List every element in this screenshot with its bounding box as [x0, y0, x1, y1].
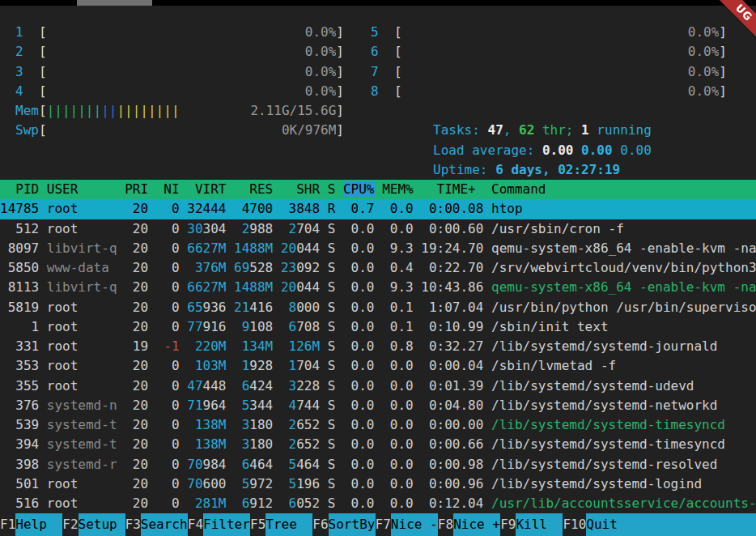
- fkey-f6-sortby[interactable]: F6SortBy: [312, 513, 375, 536]
- fkey-key: F4: [188, 513, 203, 536]
- cell-pri: 19: [125, 338, 148, 354]
- threads-count: 62: [519, 122, 534, 138]
- col-pid[interactable]: PID: [0, 181, 39, 197]
- cell-command: /lib/systemd/systemd-networkd: [491, 398, 717, 413]
- cell-virt: 220M: [187, 338, 226, 354]
- col-pri[interactable]: PRI: [125, 181, 148, 197]
- cell-ni: 0: [156, 436, 180, 452]
- process-row[interactable]: 1 root 20 0 77916 9108 6708 S 0.0 0.1 0:…: [0, 317, 756, 337]
- cell-virt: 376M: [187, 260, 226, 275]
- cell-virt: 103M: [187, 358, 226, 373]
- cell-cpu: 0.0: [343, 221, 375, 236]
- process-row[interactable]: 5850 www-data 20 0 376M 69528 23092 S 0.…: [0, 258, 756, 278]
- process-row[interactable]: 14785 root 20 0 32444 4700 3848 R 0.7 0.…: [0, 199, 756, 219]
- fkey-f3-search[interactable]: F3Search: [125, 513, 188, 536]
- process-row[interactable]: 501 root 20 0 70600 5972 5196 S 0.0 0.0 …: [0, 474, 756, 494]
- process-row[interactable]: 8097 libvirt-q 20 0 6627M 1488M 20044 S …: [0, 239, 756, 258]
- cell-pid: 516: [0, 496, 39, 511]
- cell-time: 0:10.99: [421, 319, 483, 334]
- cell-command: /sbin/init text: [491, 319, 609, 334]
- process-row[interactable]: 512 root 20 0 30304 2988 2704 S 0.0 0.0 …: [0, 219, 756, 239]
- cell-res: 1928: [234, 358, 273, 373]
- cell-virt: 47448: [187, 378, 226, 393]
- meter-open-bracket: [: [394, 23, 402, 42]
- cpu-meter-5: 5[ 0.0%]: [371, 23, 727, 42]
- cell-pri: 20: [125, 358, 148, 373]
- process-row[interactable]: 331 root 19 -1 220M 134M 126M S 0.0 0.8 …: [0, 337, 756, 356]
- cell-virt: 138M: [187, 417, 226, 432]
- cell-user: systemd-t: [47, 417, 117, 432]
- fkey-f1-help[interactable]: F1Help: [0, 513, 62, 536]
- cell-cpu: 0.0: [343, 398, 375, 413]
- cell-res: 9108: [234, 319, 273, 334]
- cell-command: /lib/systemd/systemd-timesyncd: [491, 417, 725, 432]
- process-row[interactable]: 355 root 20 0 47448 6424 3228 S 0.0 0.0 …: [0, 376, 756, 396]
- col-res[interactable]: RES: [234, 181, 273, 197]
- cell-command: htop: [491, 201, 523, 216]
- process-row[interactable]: 376 systemd-n 20 0 71964 5344 4744 S 0.0…: [0, 396, 756, 415]
- cell-state: S: [328, 417, 336, 432]
- fkey-f2-setup[interactable]: F2Setup: [62, 513, 125, 536]
- cell-res: 6464: [234, 457, 273, 472]
- fkey-f10-quit[interactable]: F10Quit: [563, 513, 756, 536]
- cell-shr: 126M: [281, 338, 320, 354]
- cell-virt: 77916: [187, 319, 226, 334]
- cell-time: 0:00.08: [421, 201, 483, 216]
- col-virt[interactable]: VIRT: [187, 181, 226, 197]
- process-row[interactable]: 5819 root 20 0 65936 21416 8000 S 0.0 0.…: [0, 298, 756, 317]
- cell-shr: 1704: [281, 358, 320, 373]
- col-time[interactable]: TIME+: [421, 181, 483, 197]
- process-row[interactable]: 539 systemd-t 20 0 138M 3180 2652 S 0.0 …: [0, 415, 756, 435]
- cell-res: 2988: [234, 221, 273, 236]
- col-cpu-sort[interactable]: CPU%: [343, 181, 375, 197]
- cell-ni: 0: [156, 201, 180, 216]
- cell-res: 21416: [234, 300, 273, 315]
- col-command[interactable]: Command: [491, 181, 546, 197]
- cpu-meter-4: 4[ 0.0%]: [15, 82, 344, 101]
- process-row[interactable]: 516 root 20 0 281M 6912 6052 S 0.0 0.0 0…: [0, 494, 756, 513]
- cell-shr: 23092: [281, 260, 320, 275]
- cell-command: /lib/systemd/systemd-timesyncd: [491, 436, 725, 452]
- fkey-f8-nice-[interactable]: F8Nice +: [438, 513, 500, 536]
- process-row[interactable]: 394 systemd-t 20 0 138M 3180 2652 S 0.0 …: [0, 435, 756, 454]
- col-shr[interactable]: SHR: [281, 181, 320, 197]
- cell-cpu: 0.0: [343, 457, 375, 472]
- cell-pid: 539: [0, 417, 39, 432]
- cpu-meter-value: 0.0%: [305, 62, 337, 82]
- cell-pid: 14785: [0, 201, 39, 216]
- cell-state: S: [328, 358, 336, 373]
- fkey-f4-filter[interactable]: F4Filter: [188, 513, 250, 536]
- cell-time: 0:00.60: [421, 221, 483, 236]
- col-mem[interactable]: MEM%: [382, 181, 414, 197]
- cell-state: S: [328, 398, 336, 413]
- cpu-meter-2: 2[ 0.0%]: [15, 42, 344, 62]
- col-ni[interactable]: NI: [156, 181, 180, 197]
- cpu-meter-3: 3[ 0.0%]: [15, 62, 344, 82]
- cpu-meter-8: 8[ 0.0%]: [371, 82, 727, 101]
- process-row[interactable]: 8113 libvirt-q 20 0 6627M 1488M 20044 S …: [0, 278, 756, 297]
- meter-close-bracket: ]: [719, 82, 727, 101]
- cell-pri: 20: [125, 496, 148, 511]
- cell-state: S: [328, 279, 336, 295]
- fkey-f7-nice-[interactable]: F7Nice -: [376, 513, 438, 536]
- process-row[interactable]: 398 systemd-r 20 0 70984 6464 5464 S 0.0…: [0, 455, 756, 474]
- cell-command: /usr/bin/python /usr/bin/superviso: [491, 300, 756, 315]
- cell-res: 3180: [234, 417, 273, 432]
- cell-mem: 0.0: [382, 201, 414, 216]
- cell-user: root: [47, 476, 117, 491]
- cell-virt: 32444: [187, 201, 226, 216]
- cell-state: S: [328, 260, 336, 275]
- table-header-row[interactable]: PID USER PRI NI VIRT RES SHR S CPU% MEM%…: [0, 180, 756, 199]
- process-row[interactable]: 353 root 20 0 103M 1928 1704 S 0.0 0.0 0…: [0, 356, 756, 376]
- fkey-label: Nice -: [391, 513, 438, 536]
- col-s[interactable]: S: [328, 181, 336, 197]
- cell-time: 0:00.98: [421, 457, 483, 472]
- col-user[interactable]: USER: [47, 181, 117, 197]
- fkey-f5-tree[interactable]: F5Tree: [250, 513, 312, 536]
- fkey-f9-kill[interactable]: F9Kill: [500, 513, 563, 536]
- window-tab[interactable]: [77, 0, 152, 6]
- meter-open-bracket: [: [39, 101, 47, 121]
- cell-res: 6424: [234, 378, 273, 393]
- cell-res: 4700: [234, 201, 273, 216]
- cell-user: root: [47, 378, 117, 393]
